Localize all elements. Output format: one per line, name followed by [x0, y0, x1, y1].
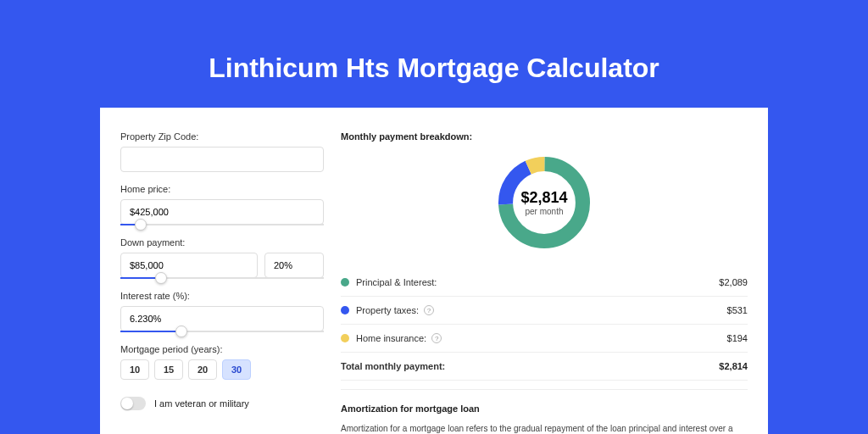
amortization-text: Amortization for a mortgage loan refers … — [341, 422, 748, 434]
period-btn-10[interactable]: 10 — [120, 359, 149, 380]
amortization-heading: Amortization for mortgage loan — [341, 403, 748, 414]
calculator-card: Property Zip Code: Home price: Down paym… — [100, 108, 768, 434]
donut-center-value: $2,814 — [520, 189, 567, 207]
line-taxes-label: Property taxes: — [356, 305, 419, 315]
line-principal-label: Principal & Interest: — [356, 277, 437, 287]
period-btn-30[interactable]: 30 — [222, 359, 251, 380]
line-taxes-value: $531 — [727, 305, 748, 315]
zip-input[interactable] — [120, 147, 324, 172]
inputs-panel: Property Zip Code: Home price: Down paym… — [120, 131, 324, 434]
line-insurance-label: Home insurance: — [356, 333, 426, 343]
line-principal-value: $2,089 — [719, 277, 748, 287]
zip-label: Property Zip Code: — [120, 131, 324, 142]
donut-chart: $2,814 per month — [341, 152, 748, 253]
veteran-row: I am veteran or military — [120, 397, 324, 410]
amortization-section: Amortization for mortgage loan Amortizat… — [341, 389, 748, 434]
period-btn-20[interactable]: 20 — [188, 359, 217, 380]
line-taxes: Property taxes: ? $531 — [341, 297, 748, 325]
breakdown-panel: Monthly payment breakdown: $2,814 per mo… — [341, 131, 748, 434]
line-principal: Principal & Interest: $2,089 — [341, 269, 748, 297]
line-insurance: Home insurance: ? $194 — [341, 325, 748, 353]
line-total-value: $2,814 — [719, 361, 748, 371]
home-price-input[interactable] — [120, 199, 324, 225]
line-total: Total monthly payment: $2,814 — [341, 353, 748, 381]
slider-thumb-icon[interactable] — [175, 326, 187, 337]
info-icon[interactable]: ? — [431, 333, 442, 343]
interest-group: Interest rate (%): — [120, 291, 324, 332]
period-buttons: 10 15 20 30 — [120, 359, 324, 380]
home-price-slider[interactable] — [120, 224, 324, 225]
slider-thumb-icon[interactable] — [155, 272, 167, 284]
interest-input[interactable] — [120, 306, 324, 331]
period-btn-15[interactable]: 15 — [154, 359, 183, 380]
page-title: Linthicum Hts Mortgage Calculator — [0, 53, 868, 84]
dot-icon — [341, 306, 349, 314]
info-icon[interactable]: ? — [424, 305, 434, 315]
zip-group: Property Zip Code: — [120, 131, 324, 172]
donut-center-sub: per month — [520, 207, 567, 216]
veteran-toggle[interactable] — [120, 397, 146, 410]
down-payment-pct-input[interactable] — [264, 253, 324, 278]
home-price-label: Home price: — [120, 184, 324, 194]
period-group: Mortgage period (years): 10 15 20 30 — [120, 344, 324, 380]
dot-icon — [341, 278, 349, 287]
slider-thumb-icon[interactable] — [135, 219, 147, 231]
period-label: Mortgage period (years): — [120, 344, 324, 354]
down-payment-slider[interactable] — [120, 277, 324, 279]
line-insurance-value: $194 — [727, 333, 748, 343]
breakdown-heading: Monthly payment breakdown: — [341, 131, 748, 142]
down-payment-group: Down payment: — [120, 237, 324, 279]
dot-icon — [341, 334, 349, 342]
interest-slider[interactable] — [120, 331, 324, 332]
down-payment-label: Down payment: — [120, 237, 324, 248]
down-payment-input[interactable] — [120, 253, 258, 278]
veteran-label: I am veteran or military — [154, 398, 249, 409]
home-price-group: Home price: — [120, 184, 324, 225]
line-total-label: Total monthly payment: — [341, 361, 445, 371]
interest-label: Interest rate (%): — [120, 291, 324, 301]
donut-center: $2,814 per month — [520, 189, 567, 216]
